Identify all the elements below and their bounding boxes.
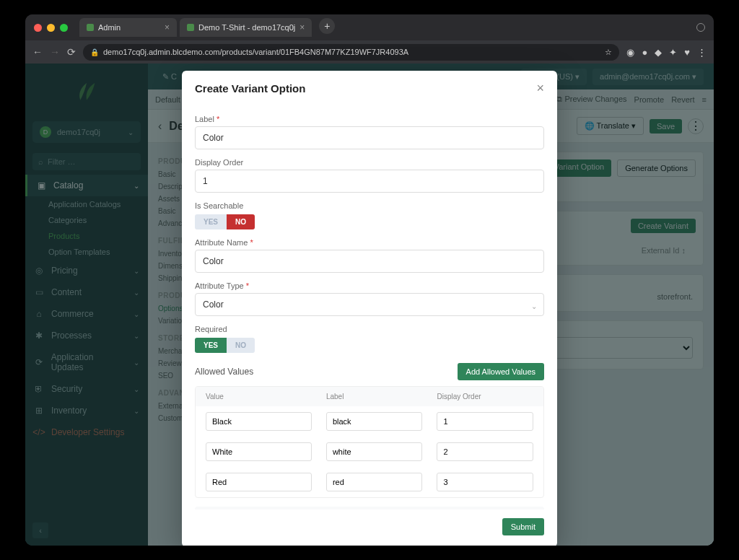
- new-tab-button[interactable]: +: [319, 18, 335, 34]
- close-icon[interactable]: ×: [536, 81, 544, 96]
- add-allowed-values-button[interactable]: Add Allowed Values: [458, 363, 544, 380]
- close-window-button[interactable]: [34, 24, 42, 32]
- display-order-label: Display Order: [195, 158, 544, 167]
- label-input[interactable]: [326, 442, 423, 461]
- tab-close-icon[interactable]: ×: [299, 22, 305, 32]
- order-input[interactable]: [437, 412, 533, 431]
- tab-product[interactable]: Demo T-Shirt - demo17cq0j ×: [180, 18, 312, 37]
- col-order: Display Order: [437, 393, 533, 401]
- searchable-no[interactable]: NO: [227, 214, 255, 229]
- lock-icon: 🔒: [90, 48, 99, 56]
- nav-forward-icon[interactable]: →: [50, 46, 60, 58]
- submit-button[interactable]: Submit: [502, 518, 544, 535]
- order-input[interactable]: [437, 473, 533, 491]
- col-value: Value: [206, 393, 312, 401]
- value-input[interactable]: [206, 412, 312, 431]
- allowed-values-table: Value Label Display Order: [195, 386, 544, 498]
- allowed-value-row: [196, 437, 543, 467]
- extension-icon[interactable]: ◆: [655, 47, 662, 58]
- nav-reload-icon[interactable]: ⟳: [67, 46, 76, 58]
- puzzle-icon[interactable]: ✦: [669, 47, 677, 58]
- value-input[interactable]: [206, 442, 312, 461]
- attribute-type-select[interactable]: Color: [195, 293, 544, 316]
- col-label: Label: [326, 393, 423, 401]
- searchable-label: Is Searchable: [195, 201, 544, 210]
- tab-title: Demo T-Shirt - demo17cq0j: [198, 23, 295, 32]
- display-order-input[interactable]: [195, 170, 544, 193]
- browser-window: Admin × Demo T-Shirt - demo17cq0j × + ← …: [25, 14, 714, 546]
- attribute-type-label: Attribute Type *: [195, 281, 544, 290]
- tab-title: Admin: [98, 23, 121, 32]
- allowed-value-row: [196, 406, 543, 437]
- menu-icon[interactable]: ⋮: [697, 47, 707, 58]
- required-no[interactable]: NO: [227, 338, 255, 353]
- attribute-name-input[interactable]: [195, 250, 544, 273]
- create-variant-option-modal: Create Variant Option × Label * Display …: [182, 71, 557, 546]
- label-input[interactable]: [326, 412, 423, 431]
- modal-title: Create Variant Option: [195, 82, 305, 95]
- favicon-icon: [187, 24, 194, 31]
- allowed-values-label: Allowed Values: [195, 367, 253, 377]
- tab-close-icon[interactable]: ×: [165, 22, 170, 32]
- required-toggle: YES NO: [195, 338, 544, 353]
- order-input[interactable]: [437, 442, 533, 461]
- address-bar[interactable]: 🔒 demo17cq0j.admin.blcdemo.com/products/…: [83, 44, 619, 61]
- required-yes[interactable]: YES: [195, 338, 227, 353]
- modal-overlay: Create Variant Option × Label * Display …: [25, 64, 714, 546]
- url-text: demo17cq0j.admin.blcdemo.com/products/va…: [103, 48, 408, 56]
- star-icon[interactable]: ☆: [605, 48, 612, 57]
- window-traffic-lights: [34, 24, 68, 32]
- required-label: Required: [195, 325, 544, 333]
- maximize-window-button[interactable]: [60, 24, 68, 32]
- label-input[interactable]: [195, 126, 544, 149]
- label-input[interactable]: [326, 473, 423, 491]
- app-shell: D demo17cq0j ⌄ ⌕ Filter … ▣ Catalog ⌄ Ap…: [25, 64, 714, 546]
- browser-tabs: Admin × Demo T-Shirt - demo17cq0j × +: [79, 18, 335, 37]
- extension-icons: ◉ ● ◆ ✦ ♥ ⋮: [626, 47, 707, 58]
- label-field-label: Label *: [195, 115, 544, 123]
- profile-icon[interactable]: ♥: [684, 47, 690, 58]
- favicon-icon: [87, 24, 94, 31]
- value-input[interactable]: [206, 473, 312, 491]
- allowed-value-row: [196, 467, 543, 497]
- extension-icon[interactable]: ◉: [626, 47, 634, 58]
- attribute-name-label: Attribute Name *: [195, 238, 544, 247]
- nav-back-icon[interactable]: ←: [32, 46, 43, 58]
- tab-admin[interactable]: Admin ×: [79, 18, 177, 37]
- minimize-window-button[interactable]: [47, 24, 55, 32]
- account-icon[interactable]: [696, 23, 705, 32]
- titlebar: Admin × Demo T-Shirt - demo17cq0j × +: [25, 14, 714, 40]
- searchable-toggle: YES NO: [195, 214, 544, 229]
- browser-toolbar: ← → ⟳ 🔒 demo17cq0j.admin.blcdemo.com/pro…: [25, 40, 714, 64]
- searchable-yes[interactable]: YES: [195, 214, 227, 229]
- extension-icon[interactable]: ●: [642, 47, 647, 58]
